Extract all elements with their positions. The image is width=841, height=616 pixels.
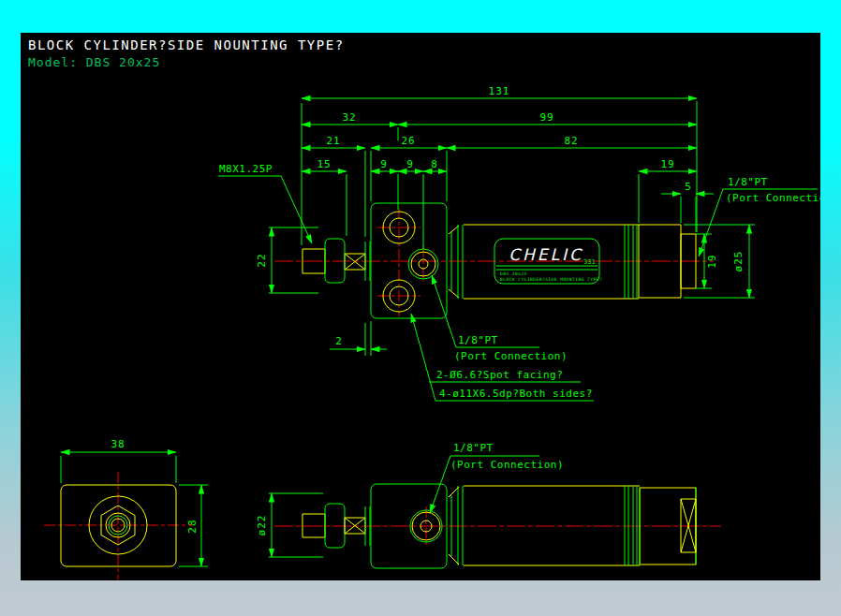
port-note-side-view: (Port Connection) xyxy=(450,459,564,471)
dim-9b: 9 xyxy=(406,158,414,170)
counterbore-label: 4-ø11X6.5dp?Both sides? xyxy=(439,388,593,400)
dimension-texts: 131 32 99 21 26 82 15 9 9 8 19 5 2 22 19… xyxy=(111,85,745,535)
port-label-side-view: 1/8"PT xyxy=(453,442,494,454)
dim-dia25: ø25 xyxy=(732,251,745,272)
dimension-lines xyxy=(61,98,749,566)
side-view xyxy=(274,484,721,568)
dim-28: 28 xyxy=(186,519,199,533)
spot-facing-label: 2-Ø6.6?Spot facing? xyxy=(436,369,563,381)
dim-19-cap: 19 xyxy=(660,158,674,170)
cad-drawing: BLOCK CYLINDER?SIDE NOUNTING TYPE? Model… xyxy=(21,33,820,580)
drawing-canvas: BLOCK CYLINDER?SIDE NOUNTING TYPE? Model… xyxy=(21,33,820,580)
dim-21: 21 xyxy=(326,135,340,147)
brand-type-small: BLOCK CYLINDER?SIDE MOUNTING TYPE? xyxy=(500,277,602,282)
dim-38: 38 xyxy=(111,438,125,450)
dim-82: 82 xyxy=(564,135,578,147)
port-label-top-right: 1/8"PT xyxy=(728,176,768,188)
dim-32: 32 xyxy=(342,111,356,124)
dim-19-spigot: 19 xyxy=(706,254,718,268)
thread-label: M8X1.25P xyxy=(219,163,273,175)
brand-model-small: DBS 20x25 xyxy=(500,271,527,276)
dim-2: 2 xyxy=(335,335,343,347)
dim-22: 22 xyxy=(256,253,268,267)
dim-99: 99 xyxy=(539,111,553,124)
model-label: Model: DBS 20x25 xyxy=(28,55,160,69)
dim-overall: 131 xyxy=(489,85,510,97)
dim-9a: 9 xyxy=(380,158,388,170)
dim-5: 5 xyxy=(685,181,692,193)
port-note-top-right: (Port Connection) xyxy=(726,192,820,204)
brand-plate: CHELIC 331 DBS 20x25 BLOCK CYLINDER?SIDE… xyxy=(494,239,602,284)
annotation-texts: M8X1.25P 1/8"PT (Port Connection) 1/8"PT… xyxy=(219,163,820,471)
dim-dia22: ø22 xyxy=(256,515,268,536)
dim-15: 15 xyxy=(317,158,331,170)
dim-8: 8 xyxy=(431,158,438,170)
drawing-title: BLOCK CYLINDER?SIDE NOUNTING TYPE? xyxy=(28,37,345,52)
brand-name: CHELIC xyxy=(509,245,583,264)
port-label-top-view: 1/8"PT xyxy=(458,334,498,346)
front-view xyxy=(44,472,193,579)
cad-viewer-page: { "title": { "line1": "BLOCK CYLINDER?SI… xyxy=(0,0,841,616)
port-note-top-view: (Port Connection) xyxy=(454,350,568,362)
dim-26: 26 xyxy=(401,135,415,147)
brand-code: 331 xyxy=(583,258,596,266)
